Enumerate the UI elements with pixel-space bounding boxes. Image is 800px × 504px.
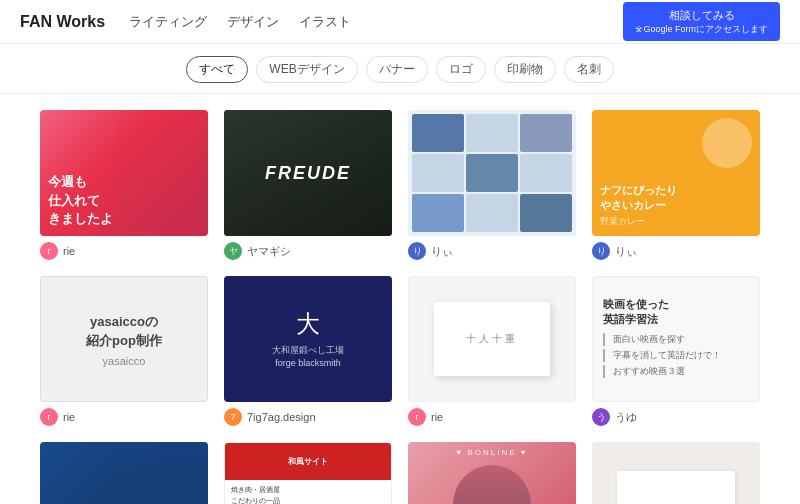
nav-writing[interactable]: ライティング <box>129 13 207 31</box>
main-nav: ライティング デザイン イラスト <box>129 13 351 31</box>
work-thumbnail: 十人十重 <box>408 276 576 402</box>
work-thumbnail: FREUDE <box>224 110 392 236</box>
works-grid: 今週も仕入れてきましたよ r rie FREUDE ヤ ヤマギシ <box>0 94 800 504</box>
filter-card[interactable]: 名刺 <box>564 56 614 83</box>
author-row: 7 7ig7ag.design <box>224 408 392 426</box>
filter-web[interactable]: WEBデザイン <box>256 56 357 83</box>
work-item[interactable]: yasaiccoの紹介pop制作 yasaicco r rie <box>40 276 208 426</box>
nav-design[interactable]: デザイン <box>227 13 279 31</box>
author-row: う うゆ <box>592 408 760 426</box>
author-name: りぃ <box>431 244 453 259</box>
avatar: r <box>40 408 58 426</box>
author-row: り りぃ <box>408 242 576 260</box>
work-item[interactable]: Make Your Challenge さ さに <box>40 442 208 504</box>
author-row: r rie <box>40 408 208 426</box>
author-name: rie <box>63 245 75 257</box>
filter-all[interactable]: すべて <box>186 56 248 83</box>
cta-label: 相談してみる <box>669 9 735 21</box>
avatar: r <box>408 408 426 426</box>
author-name: ヤマギシ <box>247 244 291 259</box>
work-thumbnail <box>408 110 576 236</box>
author-name: うゆ <box>615 410 637 425</box>
work-thumbnail: 映画を使った英語学習法 面白い映画を探す 字幕を消して英語だけで！ おすすめ映画… <box>592 276 760 402</box>
work-item[interactable]: ♥ BONLINE ♥ r rie <box>408 442 576 504</box>
avatar: 7 <box>224 408 242 426</box>
work-item[interactable]: 和風サイト 焼き肉・居酒屋 こだわりの一品 ぐ ぐずく <box>224 442 392 504</box>
avatar: り <box>408 242 426 260</box>
work-thumbnail: ナフにぴったりやさいカレー 野菜カレー <box>592 110 760 236</box>
work-item[interactable]: REBORN ぐ ぐずく <box>592 442 760 504</box>
work-thumbnail: 今週も仕入れてきましたよ <box>40 110 208 236</box>
author-name: rie <box>431 411 443 423</box>
author-row: r rie <box>408 408 576 426</box>
cta-sub: ※Google Formにアクセスします <box>635 23 768 36</box>
nav-illustration[interactable]: イラスト <box>299 13 351 31</box>
filter-logo[interactable]: ロゴ <box>436 56 486 83</box>
filter-bar: すべて WEBデザイン バナー ロゴ 印刷物 名刺 <box>0 44 800 94</box>
work-item[interactable]: ナフにぴったりやさいカレー 野菜カレー り りぃ <box>592 110 760 260</box>
logo[interactable]: FAN Works <box>20 13 105 31</box>
author-name: りぃ <box>615 244 637 259</box>
work-item[interactable]: 今週も仕入れてきましたよ r rie <box>40 110 208 260</box>
work-thumbnail: REBORN <box>592 442 760 504</box>
work-thumbnail: 大 大和屋鍛べし工場forge blacksmith <box>224 276 392 402</box>
cta-button[interactable]: 相談してみる ※Google Formにアクセスします <box>623 2 780 42</box>
author-row: り りぃ <box>592 242 760 260</box>
work-thumbnail: ♥ BONLINE ♥ <box>408 442 576 504</box>
work-thumbnail: yasaiccoの紹介pop制作 yasaicco <box>40 276 208 402</box>
author-name: rie <box>63 411 75 423</box>
avatar: う <box>592 408 610 426</box>
work-item[interactable]: FREUDE ヤ ヤマギシ <box>224 110 392 260</box>
work-item[interactable]: 十人十重 r rie <box>408 276 576 426</box>
work-thumbnail: 和風サイト 焼き肉・居酒屋 こだわりの一品 <box>224 442 392 504</box>
author-row: ヤ ヤマギシ <box>224 242 392 260</box>
author-row: r rie <box>40 242 208 260</box>
avatar: ヤ <box>224 242 242 260</box>
work-item[interactable]: 大 大和屋鍛べし工場forge blacksmith 7 7ig7ag.desi… <box>224 276 392 426</box>
avatar: r <box>40 242 58 260</box>
header: FAN Works ライティング デザイン イラスト 相談してみる ※Googl… <box>0 0 800 44</box>
work-item[interactable]: 映画を使った英語学習法 面白い映画を探す 字幕を消して英語だけで！ おすすめ映画… <box>592 276 760 426</box>
work-thumbnail: Make Your Challenge <box>40 442 208 504</box>
avatar: り <box>592 242 610 260</box>
work-item[interactable]: り りぃ <box>408 110 576 260</box>
filter-print[interactable]: 印刷物 <box>494 56 556 83</box>
author-name: 7ig7ag.design <box>247 411 316 423</box>
filter-banner[interactable]: バナー <box>366 56 428 83</box>
